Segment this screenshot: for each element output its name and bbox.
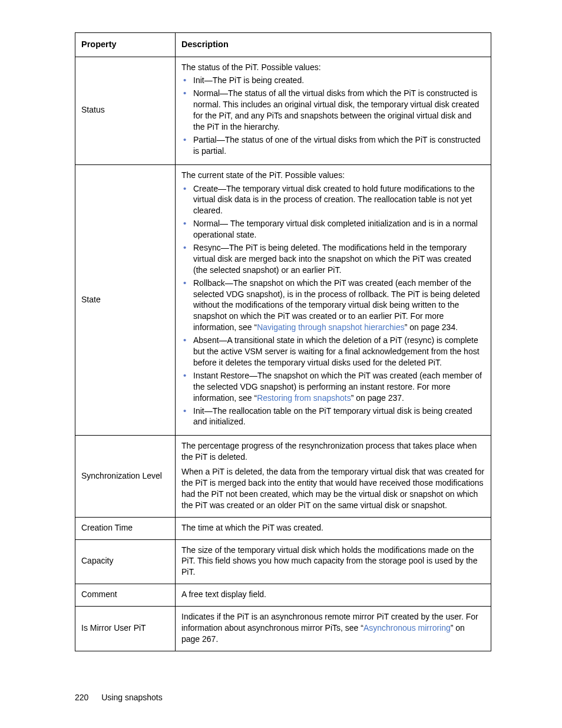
property-name: Is Mirror User PiT [75, 607, 176, 651]
list-item: Init—The PiT is being created. [192, 75, 485, 86]
header-property: Property [75, 33, 176, 57]
list-item: Rollback—The snapshot on which the PiT w… [192, 278, 485, 333]
list-item: Create—The temporary virtual disk create… [192, 183, 485, 217]
property-description: The time at which the PiT was created. [176, 517, 491, 539]
page-footer: 220 Using snapshots [75, 693, 163, 702]
property-description: The current state of the PiT. Possible v… [176, 164, 491, 436]
property-name: Capacity [75, 539, 176, 584]
property-description: A free text display field. [176, 584, 491, 607]
property-name: Comment [75, 584, 176, 607]
property-name: Status [75, 57, 176, 164]
property-description: The size of the temporary virtual disk w… [176, 539, 491, 584]
list-item: Instant Restore—The snapshot on which th… [192, 370, 485, 404]
list-item: Normal— The temporary virtual disk compl… [192, 218, 485, 241]
lead-text: The status of the PiT. Possible values: [181, 62, 485, 73]
list-item: Resync—The PiT is being deleted. The mod… [192, 242, 485, 276]
properties-table: Property Description Status The status o… [75, 32, 491, 651]
paragraph: When a PiT is deleted, the data from the… [181, 466, 485, 511]
lead-text: The current state of the PiT. Possible v… [181, 170, 485, 181]
table-row: Status The status of the PiT. Possible v… [75, 57, 491, 164]
paragraph: The percentage progress of the resynchro… [181, 440, 485, 463]
paragraph: A free text display field. [181, 589, 485, 600]
table-row: Is Mirror User PiT Indicates if the PiT … [75, 607, 491, 651]
table-header-row: Property Description [75, 33, 491, 57]
section-title: Using snapshots [101, 693, 163, 702]
cross-reference-link[interactable]: Restoring from snapshots [257, 393, 351, 403]
property-description: The percentage progress of the resynchro… [176, 436, 491, 517]
property-name: Synchronization Level [75, 436, 176, 517]
cross-reference-link[interactable]: Navigating through snapshot hierarchies [257, 322, 405, 332]
page-number: 220 [75, 693, 88, 702]
list-item: Absent—A transitional state in which the… [192, 335, 485, 368]
bullet-list: Init—The PiT is being created. Normal—Th… [181, 75, 485, 156]
property-description: The status of the PiT. Possible values: … [176, 57, 491, 164]
bullet-list: Create—The temporary virtual disk create… [181, 183, 485, 428]
table-row: Synchronization Level The percentage pro… [75, 436, 491, 517]
header-description: Description [176, 33, 491, 57]
table-row: Comment A free text display field. [75, 584, 491, 607]
cross-reference-link[interactable]: Asynchronous mirroring [363, 623, 451, 633]
paragraph: The size of the temporary virtual disk w… [181, 545, 485, 578]
table-row: Capacity The size of the temporary virtu… [75, 539, 491, 584]
list-item: Normal—The status of all the virtual dis… [192, 88, 485, 133]
paragraph: Indicates if the PiT is an asynchronous … [181, 611, 485, 645]
list-item: Partial—The status of one of the virtual… [192, 134, 485, 157]
property-name: Creation Time [75, 517, 176, 539]
table-row: Creation Time The time at which the PiT … [75, 517, 491, 539]
paragraph: The time at which the PiT was created. [181, 522, 485, 533]
property-description: Indicates if the PiT is an asynchronous … [176, 607, 491, 651]
property-name: State [75, 164, 176, 436]
list-item: Init—The reallocation table on the PiT t… [192, 406, 485, 428]
document-page: Property Description Status The status o… [0, 0, 562, 728]
table-row: State The current state of the PiT. Poss… [75, 164, 491, 436]
